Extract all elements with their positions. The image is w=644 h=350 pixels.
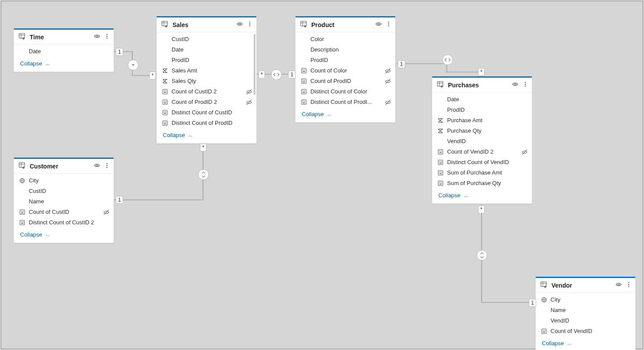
collapse-button[interactable]: Collapse ︿ xyxy=(432,189,532,203)
svg-rect-52 xyxy=(303,92,305,93)
field-row[interactable]: City xyxy=(14,175,114,186)
field-row[interactable]: Distinct Count of CustID 2 xyxy=(14,217,114,228)
filter-direction-both-icon[interactable] xyxy=(477,250,487,261)
hidden-icon xyxy=(384,68,392,74)
hidden-icon xyxy=(520,149,528,155)
model-canvas[interactable]: 1 * 1 * * 1 1 * * 1 TimeDateCollapse ︿ S… xyxy=(1,1,643,349)
filter-direction-both-icon[interactable] xyxy=(198,169,209,180)
more-options-icon[interactable] xyxy=(104,162,110,170)
field-row[interactable]: Count of ProdID 2 xyxy=(157,97,256,107)
svg-rect-79 xyxy=(439,182,440,183)
field-row[interactable]: Name xyxy=(536,305,635,316)
collapse-button[interactable]: Collapse ︿ xyxy=(536,337,635,350)
filter-direction-both-icon[interactable] xyxy=(271,69,282,80)
field-label: Sum of Purchase Qty xyxy=(447,179,520,188)
field-row[interactable]: Count of VendID xyxy=(536,326,635,336)
table-icon xyxy=(437,80,444,89)
field-row[interactable]: ProdID xyxy=(157,55,256,65)
field-row[interactable]: Distinct Count of CustID xyxy=(157,107,256,118)
field-row[interactable]: Distinct Count of VendID xyxy=(432,157,532,168)
field-label: Count of Color xyxy=(310,66,384,75)
svg-rect-54 xyxy=(303,101,303,102)
visibility-icon[interactable] xyxy=(93,162,100,170)
sigma-icon xyxy=(161,68,169,74)
field-row[interactable]: Count of VendID 2 xyxy=(432,147,532,157)
collapse-button[interactable]: Collapse ︿ xyxy=(14,58,114,72)
field-row[interactable]: Name xyxy=(14,196,114,207)
field-row[interactable]: Count of CustID xyxy=(14,207,114,217)
field-row[interactable]: Sales Amt xyxy=(157,65,256,76)
table-icon xyxy=(540,281,548,290)
more-options-icon[interactable] xyxy=(522,81,528,89)
entity-header[interactable]: Vendor xyxy=(536,278,635,293)
entity-header[interactable]: Customer xyxy=(14,159,114,174)
entity-product[interactable]: ProductColorDescriptionProdIDCount of Co… xyxy=(295,16,396,123)
field-row[interactable]: Distinct Count of ProdI... xyxy=(296,97,395,107)
field-row[interactable]: Distinct Count of Color xyxy=(296,86,395,97)
svg-rect-17 xyxy=(164,92,166,93)
filter-direction-cross-icon[interactable] xyxy=(442,55,453,65)
field-label: Distinct Count of ProdI... xyxy=(310,98,384,106)
field-row[interactable]: VendID xyxy=(536,316,635,326)
field-row[interactable]: CustID xyxy=(14,186,114,196)
entity-time[interactable]: TimeDateCollapse ︿ xyxy=(14,28,114,72)
field-row[interactable]: Purchase Amt xyxy=(432,115,532,126)
entity-purchases[interactable]: PurchasesDateProdIDPurchase AmtPurchase … xyxy=(432,76,532,204)
entity-body: Date xyxy=(14,45,114,58)
field-row[interactable]: Description xyxy=(296,45,395,55)
field-row[interactable]: Count of CustID 2 xyxy=(157,86,256,97)
more-options-icon[interactable] xyxy=(626,281,632,289)
svg-rect-25 xyxy=(164,111,165,112)
entity-header[interactable]: Purchases xyxy=(432,78,532,93)
field-row[interactable]: CustID xyxy=(157,34,256,45)
visibility-icon[interactable] xyxy=(512,81,519,89)
more-options-icon[interactable] xyxy=(386,21,392,29)
field-row[interactable]: Date xyxy=(432,94,532,105)
svg-rect-76 xyxy=(441,172,442,172)
entity-body: CityNameVendIDCount of VendID xyxy=(536,293,635,337)
svg-rect-82 xyxy=(19,163,25,168)
visibility-icon[interactable] xyxy=(615,281,622,289)
field-row[interactable]: Sum of Purchase Amt xyxy=(432,168,532,178)
field-row[interactable]: Sum of Purchase Qty xyxy=(432,178,532,189)
svg-point-63 xyxy=(525,84,526,85)
filter-direction-single-icon[interactable] xyxy=(128,60,138,70)
visibility-icon[interactable] xyxy=(93,33,100,41)
entity-vendor[interactable]: VendorCityNameVendIDCount of VendIDColla… xyxy=(535,277,636,350)
field-row[interactable]: Date xyxy=(157,45,256,55)
field-label: Distinct Count of ProdID xyxy=(172,119,245,127)
field-row[interactable]: City xyxy=(536,295,635,305)
sigma-icon xyxy=(161,78,169,84)
more-options-icon[interactable] xyxy=(247,21,253,29)
field-row[interactable]: ProdID xyxy=(432,105,532,115)
field-label: VendID xyxy=(447,137,520,146)
field-row[interactable]: ProdID xyxy=(296,55,395,65)
visibility-icon[interactable] xyxy=(236,21,243,29)
measure-icon xyxy=(161,99,169,105)
field-row[interactable]: Distinct Count of ProdID xyxy=(157,118,256,128)
collapse-button[interactable]: Collapse ︿ xyxy=(296,108,395,122)
svg-rect-73 xyxy=(439,163,441,164)
more-options-icon[interactable] xyxy=(104,33,110,41)
collapse-button[interactable]: Collapse ︿ xyxy=(157,129,256,143)
scrollbar[interactable] xyxy=(254,34,255,95)
entity-header[interactable]: Sales xyxy=(157,17,256,32)
svg-rect-32 xyxy=(301,21,307,26)
entity-header[interactable]: Product xyxy=(296,17,395,32)
entity-customer[interactable]: CustomerCityCustIDNameCount of CustIDDis… xyxy=(14,158,114,243)
field-row[interactable]: Sales Qty xyxy=(157,76,256,86)
field-row[interactable]: Color xyxy=(296,34,395,45)
field-row[interactable]: Date xyxy=(14,46,114,57)
entity-body: CustIDDateProdIDSales AmtSales QtyCount … xyxy=(157,32,256,129)
field-row[interactable]: Count of ProdID xyxy=(296,76,395,86)
entity-header[interactable]: Time xyxy=(14,30,114,45)
collapse-button[interactable]: Collapse ︿ xyxy=(14,229,114,243)
entity-sales[interactable]: SalesCustIDDateProdIDSales AmtSales QtyC… xyxy=(156,16,257,144)
field-row[interactable]: Count of Color xyxy=(296,65,395,76)
svg-rect-55 xyxy=(304,101,305,102)
field-row[interactable]: VendID xyxy=(432,136,532,147)
field-label: Name xyxy=(551,306,624,315)
svg-rect-29 xyxy=(164,122,165,123)
field-row[interactable]: Purchase Qty xyxy=(432,126,532,136)
visibility-icon[interactable] xyxy=(375,21,382,29)
